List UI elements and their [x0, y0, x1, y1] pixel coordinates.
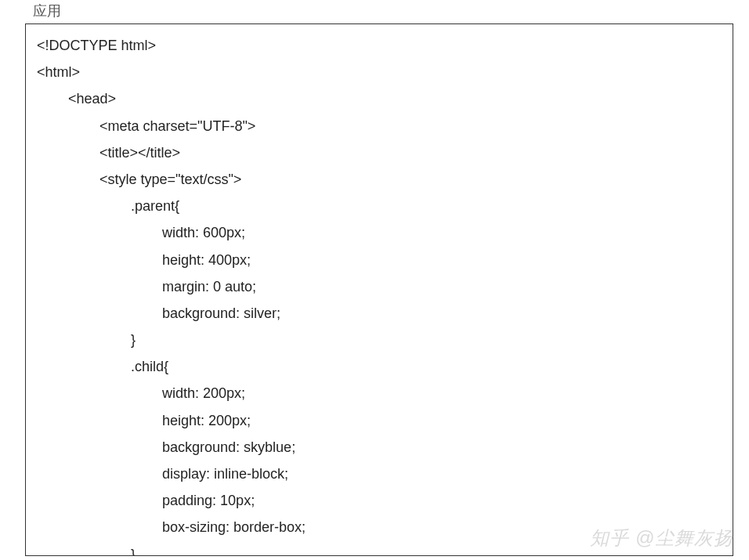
code-line: margin: 0 auto;: [37, 273, 722, 300]
code-line: padding: 10px;: [37, 487, 722, 514]
code-line: background: silver;: [37, 300, 722, 327]
section-heading: 应用: [0, 0, 749, 23]
code-line: display: inline-block;: [37, 461, 722, 487]
code-line: <title></title>: [37, 139, 722, 166]
watermark: 知乎 @尘舞灰扬: [590, 526, 733, 551]
code-line: .child{: [37, 353, 722, 380]
code-line: width: 600px;: [37, 219, 722, 246]
code-line: <html>: [37, 59, 722, 85]
code-line: }: [37, 327, 722, 353]
code-line: width: 200px;: [37, 380, 722, 406]
code-line: background: skyblue;: [37, 434, 722, 461]
code-line: <head>: [37, 85, 722, 112]
code-line: <style type="text/css">: [37, 166, 722, 193]
code-line: <meta charset="UTF-8">: [37, 113, 722, 139]
code-block: <!DOCTYPE html> <html> <head> <meta char…: [25, 23, 733, 556]
code-line: height: 400px;: [37, 247, 722, 273]
code-line: height: 200px;: [37, 407, 722, 434]
code-line: .parent{: [37, 193, 722, 219]
code-line: <!DOCTYPE html>: [37, 32, 722, 59]
